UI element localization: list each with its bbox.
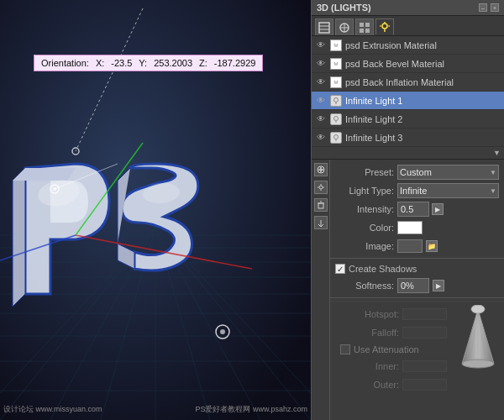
eye-icon[interactable]: 👁 <box>315 58 327 70</box>
image-row: Image: 📁 <box>330 237 504 255</box>
svg-point-50 <box>334 134 339 139</box>
image-picker[interactable] <box>397 239 423 253</box>
intensity-row: Intensity: ▶ <box>330 200 504 218</box>
y-label: Y: <box>139 58 147 68</box>
watermark-right: PS爱好者教程网 www.psahz.com <box>195 404 307 415</box>
svg-rect-38 <box>365 23 370 27</box>
eye-icon[interactable]: 👁 <box>315 95 327 107</box>
preset-dropdown[interactable]: Custom ▼ <box>397 165 499 180</box>
scroll-arrow[interactable]: ▼ <box>312 147 504 159</box>
eye-icon[interactable]: 👁 <box>315 39 327 51</box>
svg-rect-40 <box>365 29 370 33</box>
layer-item-extrusion[interactable]: 👁 M psd Extrusion Material <box>312 36 504 55</box>
layer-item-infinite-light-2[interactable]: 👁 Infinite Light 2 <box>312 110 504 129</box>
light-cone-preview <box>457 305 499 394</box>
inner-row: Inner: <box>335 357 452 375</box>
svg-rect-60 <box>318 203 323 208</box>
layer-name: Infinite Light 1 <box>345 96 403 106</box>
layer-item-infinite-light-1[interactable]: 👁 Infinite Light 1 <box>312 92 504 110</box>
light-type-label: Light Type: <box>335 186 394 196</box>
tab-scene[interactable] <box>315 18 333 35</box>
preset-row: Preset: Custom ▼ <box>330 163 504 181</box>
y-value: 253.2003 <box>154 58 192 68</box>
orientation-bar: Orientation: X: -23.5 Y: 253.2003 Z: -18… <box>34 55 263 71</box>
close-button[interactable]: × <box>491 3 499 12</box>
light-type-value: Infinite <box>400 186 427 196</box>
light-type-row: Light Type: Infinite ▼ <box>330 181 504 200</box>
svg-point-64 <box>471 305 485 313</box>
layer-name: psd Back Bevel Material <box>345 59 444 69</box>
chevron-down-icon: ▼ <box>490 169 496 176</box>
outer-row: Outer: <box>335 375 452 394</box>
add-light-button[interactable] <box>314 163 328 176</box>
tab-lights[interactable] <box>375 18 394 35</box>
color-swatch[interactable] <box>397 221 423 234</box>
intensity-arrow-button[interactable]: ▶ <box>432 203 444 215</box>
eye-icon[interactable]: 👁 <box>315 76 327 88</box>
z-label: Z: <box>199 58 207 68</box>
import-button[interactable] <box>314 216 328 229</box>
x-value: -23.5 <box>111 58 132 68</box>
hotspot-input <box>402 308 447 320</box>
panel-title: 3D (LIGHTS) <box>317 3 371 13</box>
material-icon: M <box>330 58 342 70</box>
image-label: Image: <box>335 241 394 251</box>
light-type-dropdown[interactable]: Infinite ▼ <box>397 183 499 198</box>
svg-rect-37 <box>360 23 364 27</box>
layer-item-back-bevel[interactable]: 👁 M psd Back Bevel Material <box>312 55 504 73</box>
light-settings-button[interactable] <box>314 181 328 194</box>
color-row: Color: <box>330 218 504 237</box>
falloff-input <box>402 327 447 339</box>
tab-mesh[interactable] <box>335 18 354 35</box>
svg-rect-39 <box>360 29 364 33</box>
minimize-button[interactable]: – <box>479 3 487 12</box>
intensity-label: Intensity: <box>335 204 394 214</box>
create-shadows-checkbox[interactable]: ✓ <box>335 264 345 274</box>
light-icon <box>330 132 342 144</box>
image-folder-button[interactable]: 📁 <box>426 240 438 252</box>
orientation-label: Orientation: <box>41 58 89 68</box>
panel-titlebar: 3D (LIGHTS) – × <box>312 0 504 16</box>
intensity-input[interactable] <box>397 202 429 217</box>
layer-item-back-inflation[interactable]: 👁 M psd Back Inflation Material <box>312 73 504 92</box>
use-attenuation-checkbox[interactable] <box>340 344 350 354</box>
light-icon <box>330 113 342 125</box>
bottom-area: Hotspot: Falloff: Use Attenuation <box>330 301 504 397</box>
preset-label: Preset: <box>335 167 394 177</box>
tab-materials[interactable] <box>355 18 374 35</box>
use-attenuation-row: Use Attenuation <box>335 342 452 357</box>
falloff-label: Falloff: <box>340 328 399 338</box>
delete-light-button[interactable] <box>314 198 328 212</box>
svg-point-46 <box>334 97 339 102</box>
softness-label: Softness: <box>335 281 394 291</box>
layer-name: Infinite Light 3 <box>345 133 403 143</box>
layer-name: psd Extrusion Material <box>345 40 437 50</box>
3d-lights-panel: 3D (LIGHTS) – × 👁 <box>311 0 504 420</box>
eye-icon[interactable]: 👁 <box>315 113 327 125</box>
svg-rect-31 <box>319 23 329 33</box>
create-shadows-row: ✓ Create Shadows <box>330 261 504 276</box>
eye-icon[interactable]: 👁 <box>315 132 327 144</box>
hotspot-row: Hotspot: <box>335 305 452 323</box>
svg-point-55 <box>319 186 323 189</box>
use-attenuation-label: Use Attenuation <box>354 344 419 354</box>
layer-item-infinite-light-3[interactable]: 👁 Infinite Light 3 <box>312 129 504 147</box>
layers-list: 👁 M psd Extrusion Material 👁 M psd Back … <box>312 36 504 160</box>
create-shadows-label: Create Shadows <box>349 264 417 274</box>
x-label: X: <box>96 58 104 68</box>
chevron-down-icon: ▼ <box>490 187 496 195</box>
inner-label: Inner: <box>340 361 399 371</box>
material-icon: M <box>330 76 342 88</box>
watermark-left: 设计论坛 www.missyuan.com <box>3 404 102 415</box>
checkmark-icon: ✓ <box>337 265 344 274</box>
inner-input <box>402 360 447 372</box>
outer-label: Outer: <box>340 380 399 390</box>
softness-arrow-button[interactable]: ▶ <box>433 280 444 291</box>
softness-input[interactable] <box>397 278 429 293</box>
layer-name: Infinite Light 2 <box>345 114 403 124</box>
panel-controls: – × <box>479 3 499 12</box>
color-label: Color: <box>335 223 394 233</box>
light-icon <box>330 95 342 107</box>
hotspot-label: Hotspot: <box>340 309 399 319</box>
canvas-area[interactable]: Orientation: X: -23.5 Y: 253.2003 Z: -18… <box>0 0 311 420</box>
